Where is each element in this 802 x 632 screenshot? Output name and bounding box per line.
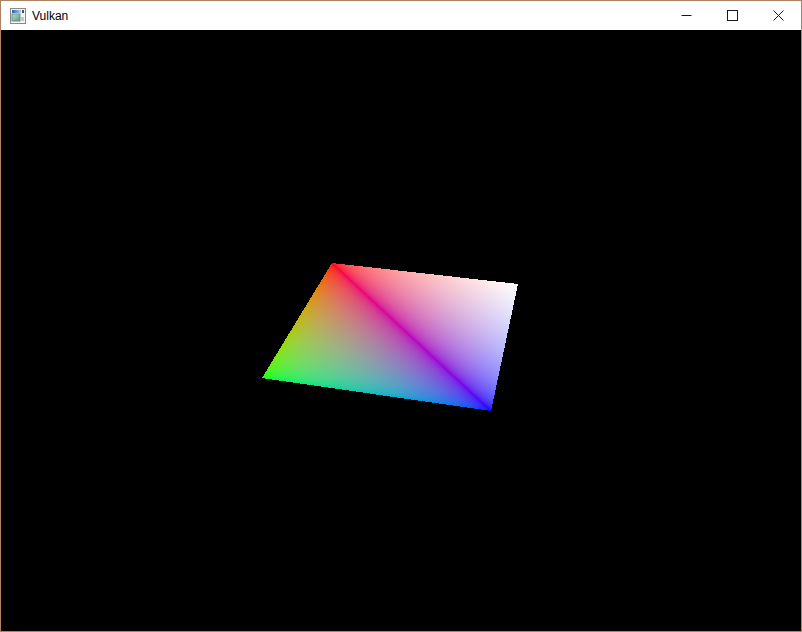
close-icon: [773, 10, 784, 21]
close-button[interactable]: [755, 1, 801, 30]
window-controls: [663, 1, 801, 30]
vulkan-render-viewport: [1, 30, 801, 631]
titlebar[interactable]: Vulkan: [1, 1, 801, 30]
minimize-button[interactable]: [663, 1, 709, 30]
vulkan-window: Vulkan: [0, 0, 802, 632]
maximize-icon: [727, 10, 738, 21]
app-icon[interactable]: [10, 8, 26, 24]
window-title: Vulkan: [32, 9, 663, 23]
maximize-button[interactable]: [709, 1, 755, 30]
minimize-icon: [681, 10, 692, 21]
